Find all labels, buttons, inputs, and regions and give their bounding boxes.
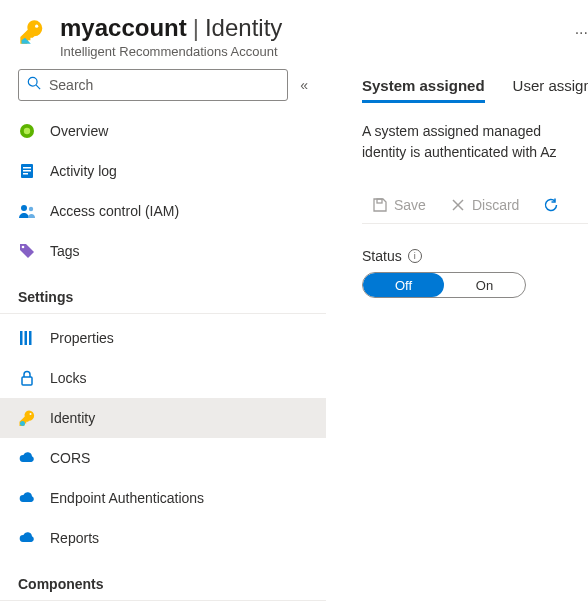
info-icon[interactable]: i <box>408 249 422 263</box>
svg-point-17 <box>20 421 25 426</box>
activity-log-icon <box>18 162 36 180</box>
svg-line-2 <box>36 85 40 89</box>
page-header: myaccount | Identity Intelligent Recomme… <box>0 0 588 69</box>
sidebar-item-label: Reports <box>50 530 99 546</box>
sidebar-item-label: Access control (IAM) <box>50 203 179 219</box>
svg-point-9 <box>21 205 27 211</box>
discard-button[interactable]: Discard <box>440 193 529 217</box>
sidebar-item-label: Locks <box>50 370 87 386</box>
sidebar-item-label: Identity <box>50 410 95 426</box>
svg-point-10 <box>29 207 33 211</box>
svg-rect-15 <box>22 377 32 385</box>
tag-icon <box>18 242 36 260</box>
sidebar-item-overview[interactable]: Overview <box>0 111 326 151</box>
sidebar-item-label: Tags <box>50 243 80 259</box>
svg-point-0 <box>35 25 38 28</box>
sidebar-item-activity-log[interactable]: Activity log <box>0 151 326 191</box>
cloud-icon <box>18 489 36 507</box>
sidebar-item-identity[interactable]: Identity <box>0 398 326 438</box>
svg-point-11 <box>22 246 25 249</box>
cloud-icon <box>18 529 36 547</box>
tab-system-assigned[interactable]: System assigned <box>362 77 485 103</box>
sidebar-item-label: Activity log <box>50 163 117 179</box>
svg-point-1 <box>28 77 37 86</box>
search-box[interactable] <box>18 69 288 101</box>
svg-point-4 <box>24 128 30 134</box>
key-resource-icon <box>18 18 46 46</box>
identity-key-icon <box>18 409 36 427</box>
refresh-button[interactable] <box>533 193 569 217</box>
sidebar-item-properties[interactable]: Properties <box>0 318 326 358</box>
description-text: A system assigned managed identity is au… <box>362 121 588 163</box>
sidebar-item-label: Overview <box>50 123 108 139</box>
sidebar-item-tags[interactable]: Tags <box>0 231 326 271</box>
save-icon <box>372 197 388 213</box>
close-icon <box>450 197 466 213</box>
save-button[interactable]: Save <box>362 193 436 217</box>
people-icon <box>18 202 36 220</box>
sidebar-item-label: Endpoint Authentications <box>50 490 204 506</box>
status-toggle[interactable]: Off On <box>362 272 526 298</box>
section-header-components: Components <box>0 558 326 601</box>
overview-icon <box>18 122 36 140</box>
svg-rect-14 <box>29 331 32 345</box>
sidebar-item-label: CORS <box>50 450 90 466</box>
section-header-settings: Settings <box>0 271 326 314</box>
toolbar: Save Discard <box>362 187 588 224</box>
sidebar-item-locks[interactable]: Locks <box>0 358 326 398</box>
sidebar-item-access-control[interactable]: Access control (IAM) <box>0 191 326 231</box>
svg-rect-13 <box>25 331 28 345</box>
svg-point-16 <box>30 413 32 415</box>
page-title-separator: | <box>193 14 199 42</box>
search-input[interactable] <box>49 77 279 93</box>
tab-bar: System assigned User assigned <box>362 77 588 103</box>
collapse-sidebar-button[interactable]: « <box>300 77 308 93</box>
toggle-off[interactable]: Off <box>363 273 444 297</box>
svg-rect-12 <box>20 331 23 345</box>
status-label: Status <box>362 248 402 264</box>
page-title-section: Identity <box>205 14 282 42</box>
refresh-icon <box>543 197 559 213</box>
main-content: System assigned User assigned A system a… <box>326 69 588 613</box>
tab-user-assigned[interactable]: User assigned <box>513 77 588 103</box>
sidebar-item-reports[interactable]: Reports <box>0 518 326 558</box>
cloud-icon <box>18 449 36 467</box>
sidebar-item-label: Properties <box>50 330 114 346</box>
svg-rect-7 <box>23 170 31 172</box>
lock-icon <box>18 369 36 387</box>
sidebar-item-cors[interactable]: CORS <box>0 438 326 478</box>
more-actions-button[interactable]: ··· <box>575 24 588 42</box>
search-icon <box>27 76 41 94</box>
toggle-on[interactable]: On <box>444 273 525 297</box>
properties-icon <box>18 329 36 347</box>
svg-rect-8 <box>23 173 28 175</box>
sidebar-item-endpoint-authentications[interactable]: Endpoint Authentications <box>0 478 326 518</box>
page-subtitle: Intelligent Recommendations Account <box>60 44 541 59</box>
sidebar: « Overview Activity log Access control (… <box>0 69 326 613</box>
svg-rect-6 <box>23 167 31 169</box>
page-title-account: myaccount <box>60 14 187 42</box>
svg-rect-18 <box>377 199 382 203</box>
